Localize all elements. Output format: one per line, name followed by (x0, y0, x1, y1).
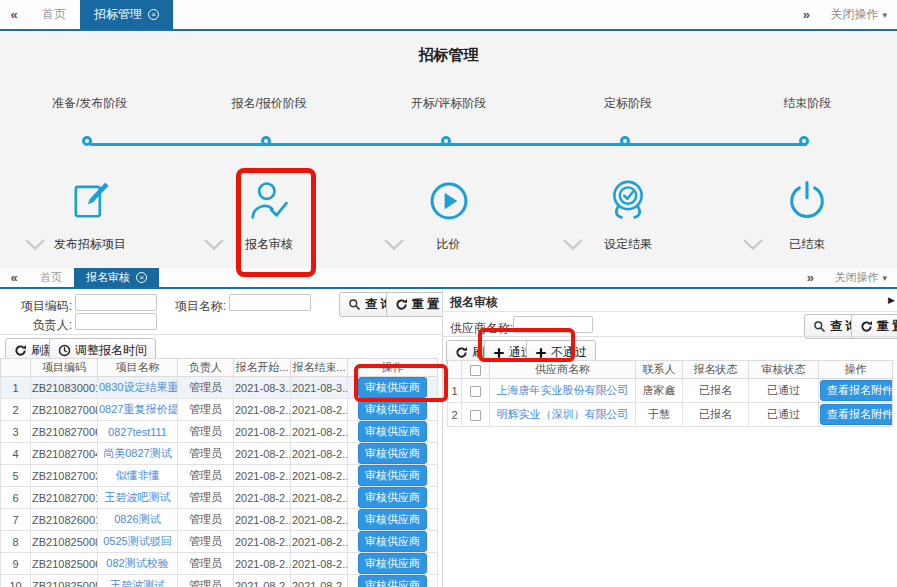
phase-openbid: 开标/评标阶段 (359, 95, 538, 112)
project-name-link[interactable]: 尚美0827测试 (98, 443, 178, 465)
audit-supplier-button[interactable]: 审核供应商 (358, 443, 427, 464)
action-finished[interactable]: 已结束 (718, 236, 897, 253)
signup-end: 2021-08-2... (291, 421, 348, 443)
tab-signup-audit[interactable]: 报名审核 × (74, 268, 159, 287)
project-code-input[interactable] (75, 294, 157, 311)
audit-supplier-button[interactable]: 审核供应商 (358, 575, 427, 587)
project-name-link[interactable]: 似懂非懂 (98, 465, 178, 487)
project-name-link[interactable]: 0827重复报价提交... (98, 399, 178, 421)
audit-status: 已通过 (749, 403, 819, 427)
close-operations-label: 关闭操作 (834, 270, 878, 285)
row-number: 3 (1, 421, 31, 443)
close-operations-dropdown[interactable]: 关闭操作 ▾ (824, 268, 897, 287)
table-row: 9 ZB210825006 082测试校验 管理员 2021-08-2... 2… (1, 553, 438, 575)
table-header-row: 供应商名称 联系人 报名状态 审核状态 操作 (448, 361, 893, 379)
signup-start: 2021-08-2... (234, 421, 291, 443)
manager-input[interactable] (75, 313, 157, 330)
signup-end: 2021-08-2... (291, 509, 348, 531)
stage-action-row: 发布招标项目 报名审核 比价 设定结果 已结束 (0, 236, 897, 253)
collapse-tabs-icon[interactable]: « (0, 0, 28, 29)
reset-button[interactable]: 重 置 (386, 292, 443, 317)
row-number: 1 (1, 377, 31, 399)
caret-down-icon: ▾ (882, 273, 887, 283)
supplier-name-link[interactable]: 明辉实业（深圳）有限公司 (490, 403, 636, 427)
supplier-name-input[interactable] (513, 316, 593, 333)
action-compare-price[interactable]: 比价 (359, 236, 538, 253)
expand-tabs-icon[interactable]: » (796, 268, 824, 287)
tab-label: 招标管理 (94, 6, 142, 23)
audit-supplier-button[interactable]: 审核供应商 (358, 465, 427, 486)
signup-start: 2021-08-2... (234, 575, 291, 587)
publish-project-stage[interactable] (0, 177, 179, 225)
audit-supplier-button[interactable]: 审核供应商 (358, 421, 427, 442)
project-name-link[interactable]: 0827test111 (98, 421, 178, 443)
close-operations-label: 关闭操作 (830, 6, 878, 23)
stage-panel: 招标管理 准备/发布阶段 报名/报价阶段 开标/评标阶段 定标阶段 结束阶段 (0, 31, 897, 268)
tab-bid-management[interactable]: 招标管理 × (80, 0, 173, 29)
audit-supplier-button[interactable]: 审核供应商 (358, 399, 427, 420)
project-name-link[interactable]: 王碧波测试 (98, 575, 178, 587)
row-checkbox[interactable] (470, 386, 481, 397)
tab-home-sub[interactable]: 首页 (28, 268, 74, 287)
close-operations-dropdown[interactable]: 关闭操作 ▾ (820, 0, 897, 29)
plus-icon (535, 347, 547, 359)
col-project-code: 项目编码 (31, 359, 98, 377)
project-name-link[interactable]: 0826测试 (98, 509, 178, 531)
select-all-checkbox[interactable] (470, 365, 481, 376)
signup-start: 2021-08-2... (234, 553, 291, 575)
row-checkbox[interactable] (470, 410, 481, 421)
project-name-link[interactable]: 0830设定结果重复... (98, 377, 178, 399)
finished-stage[interactable] (718, 177, 897, 225)
set-result-stage[interactable] (538, 177, 717, 225)
col-signup-end: 报名结束... (291, 359, 348, 377)
chevron-down-icon (562, 238, 584, 251)
col-operation: 操作 (819, 361, 893, 379)
project-name-link[interactable]: 王碧波吧测试 (98, 487, 178, 509)
action-label: 发布招标项目 (54, 237, 126, 251)
project-name-link[interactable]: 0525测试驳回 (98, 531, 178, 553)
project-code: ZB210827003 (31, 465, 98, 487)
fail-label: 不通过 (551, 344, 587, 361)
action-set-result[interactable]: 设定结果 (538, 236, 717, 253)
divider (0, 334, 442, 335)
project-list-panel: 项目编码: 项目名称: 查 询 重 置 负责人: 刷新 (0, 289, 443, 587)
view-signup-attachment-button[interactable]: 查看报名附件 (820, 404, 893, 425)
col-rownum (1, 359, 31, 377)
project-code: ZB210827001 (31, 487, 98, 509)
supplier-name-link[interactable]: 上海唐年实业股份有限公司 (490, 379, 636, 403)
play-circle-icon (425, 177, 473, 225)
collapse-tabs-icon[interactable]: « (0, 268, 28, 287)
col-rownum (448, 361, 462, 379)
tab-home[interactable]: 首页 (28, 0, 80, 29)
audit-supplier-button[interactable]: 审核供应商 (358, 509, 427, 530)
close-tab-icon[interactable]: × (148, 9, 159, 20)
audit-supplier-button[interactable]: 审核供应商 (358, 531, 427, 552)
panel-expand-icon[interactable]: ▶ (888, 295, 895, 305)
reset-label: 重 置 (877, 318, 897, 335)
signup-start: 2021-08-2... (234, 399, 291, 421)
signup-start: 2021-08-2... (234, 443, 291, 465)
view-signup-attachment-button[interactable]: 查看报名附件 (820, 380, 893, 401)
tabbar-spacer (173, 0, 792, 29)
audit-supplier-button[interactable]: 审核供应商 (358, 377, 427, 398)
manager: 管理员 (178, 553, 234, 575)
audit-supplier-button[interactable]: 审核供应商 (358, 487, 427, 508)
signup-end: 2021-08-2... (291, 465, 348, 487)
project-name-input[interactable] (229, 294, 311, 311)
manager-label: 负责人: (10, 317, 72, 334)
row-number: 7 (1, 509, 31, 531)
signup-audit-stage[interactable] (179, 177, 358, 225)
col-contact: 联系人 (636, 361, 683, 379)
action-label: 已结束 (789, 237, 825, 251)
plus-icon (493, 347, 505, 359)
audit-supplier-button[interactable]: 审核供应商 (358, 553, 427, 574)
manager: 管理员 (178, 465, 234, 487)
reset-icon (860, 320, 873, 333)
project-code: ZB210830001 (31, 377, 98, 399)
project-name-link[interactable]: 082测试校验 (98, 553, 178, 575)
action-publish-project[interactable]: 发布招标项目 (0, 236, 179, 253)
compare-price-stage[interactable] (359, 177, 538, 225)
action-signup-audit[interactable]: 报名审核 (179, 236, 358, 253)
expand-tabs-icon[interactable]: » (792, 0, 820, 29)
close-tab-icon[interactable]: × (136, 272, 147, 283)
